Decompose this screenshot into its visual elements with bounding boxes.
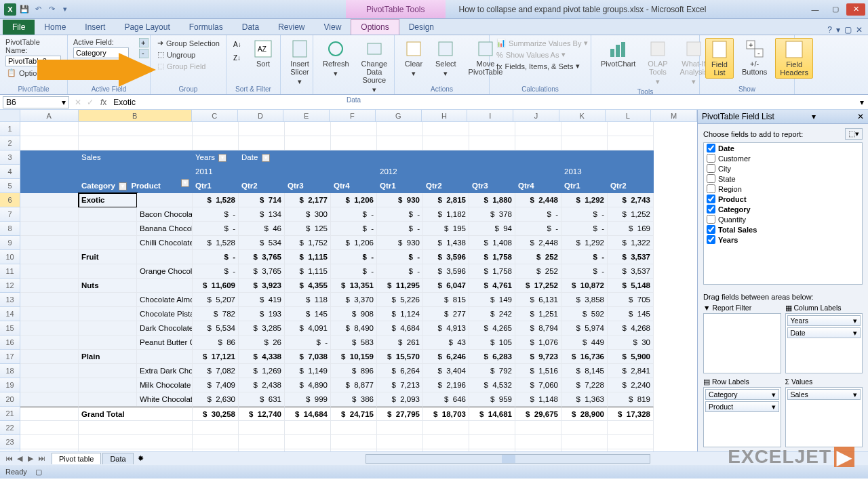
qat-undo-icon[interactable]: ↶ [33, 4, 43, 15]
tab-formulas[interactable]: Formulas [180, 20, 233, 35]
horizontal-scrollbar[interactable] [366, 454, 650, 464]
col-header-D[interactable]: D [238, 110, 284, 121]
sort-button[interactable]: AZSort [250, 38, 277, 69]
group-field-button[interactable]: ⬚ Group Field [156, 61, 221, 71]
sheet-nav-prev-icon[interactable]: ◀ [15, 454, 24, 463]
col-header-K[interactable]: K [559, 110, 606, 121]
col-header-B[interactable]: B [79, 110, 192, 121]
field-settings-button[interactable]: 📑 Field Settings [73, 60, 134, 70]
col-header-L[interactable]: L [606, 110, 652, 121]
sort-desc-button[interactable]: Z↓ [232, 52, 245, 64]
insert-slicer-button[interactable]: Insert Slicer ▾ [286, 38, 313, 87]
tab-design[interactable]: Design [399, 20, 443, 35]
col-header-M[interactable]: M [651, 110, 697, 121]
chip-years[interactable]: Years▾ [787, 315, 861, 326]
qat-dropdown-icon[interactable]: ▾ [60, 4, 71, 15]
chip-date[interactable]: Date▾ [787, 327, 861, 338]
field-date[interactable]: Date [704, 143, 862, 153]
fieldlist-close-icon[interactable]: ✕ [857, 112, 864, 121]
group-selection-button[interactable]: ➜ Group Selection [156, 38, 221, 48]
restore-workbook-icon[interactable]: ▢ [844, 25, 852, 35]
fields-items-sets-button[interactable]: fx Fields, Items, & Sets ▾ [495, 61, 589, 71]
col-header-C[interactable]: C [192, 110, 238, 121]
tab-page-layout[interactable]: Page Layout [115, 20, 179, 35]
tab-home[interactable]: Home [35, 20, 75, 35]
field-customer[interactable]: Customer [704, 153, 862, 163]
col-header-A[interactable]: A [20, 110, 79, 121]
tab-view[interactable]: View [315, 20, 351, 35]
help-icon[interactable]: ? [827, 25, 832, 35]
col-header-G[interactable]: G [376, 110, 422, 121]
sort-asc-button[interactable]: A↓ [232, 38, 245, 50]
fx-icon[interactable]: fx [96, 98, 111, 107]
qat-redo-icon[interactable]: ↷ [46, 4, 57, 15]
show-values-as-button[interactable]: % Show Values As ▾ [495, 49, 589, 60]
values-area[interactable]: Sales▾ [785, 387, 863, 447]
expand-field-icon[interactable]: + [139, 38, 149, 47]
product-filter-icon[interactable]: ▾ [181, 179, 189, 187]
maximize-button[interactable]: ▢ [826, 3, 845, 16]
field-category[interactable]: Category [704, 204, 862, 214]
tab-file[interactable]: File [3, 20, 35, 35]
plus-minus-buttons[interactable]: +-+/- Buttons [738, 38, 771, 77]
olap-tools-button[interactable]: OLAP Tools ▾ [644, 38, 671, 87]
fieldlist-layout-icon[interactable]: ⬚▾ [845, 128, 863, 140]
chip-sales[interactable]: Sales▾ [787, 389, 861, 400]
qat-save-icon[interactable]: 💾 [19, 4, 30, 15]
tab-insert[interactable]: Insert [75, 20, 115, 35]
field-headers-button[interactable]: Field Headers [775, 38, 813, 79]
namebox-dropdown-icon[interactable]: ▾ [62, 98, 66, 107]
column-labels-area[interactable]: Years▾Date▾ [785, 313, 863, 373]
pivotchart-button[interactable]: PivotChart [597, 38, 639, 69]
sheet-nav-next-icon[interactable]: ▶ [26, 454, 35, 463]
summarize-values-button[interactable]: 📊 Summarize Values By ▾ [495, 38, 589, 48]
field-product[interactable]: Product [704, 194, 862, 204]
minimize-button[interactable]: — [806, 3, 825, 16]
col-header-I[interactable]: I [467, 110, 513, 121]
sheet-nav-first-icon[interactable]: ⏮ [4, 454, 14, 463]
name-box[interactable]: B6▾ [3, 96, 69, 108]
field-years[interactable]: Years [704, 235, 862, 245]
expand-formula-icon[interactable]: ▾ [856, 98, 868, 107]
field-list-button[interactable]: Field List [705, 38, 734, 79]
col-header-F[interactable]: F [330, 110, 376, 121]
sheet-nav-last-icon[interactable]: ⏭ [37, 454, 46, 463]
field-city[interactable]: City [704, 163, 862, 174]
field-quantity[interactable]: Quantity [704, 214, 862, 224]
fieldlist-dropdown-icon[interactable]: ▾ [812, 112, 816, 121]
sheet-tab-data[interactable]: Data [102, 453, 133, 464]
years-filter-icon[interactable]: ▾ [218, 154, 226, 162]
row-labels-area[interactable]: Category▾Product▾ [703, 387, 781, 447]
clear-button[interactable]: Clear ▾ [400, 38, 427, 79]
enter-icon[interactable]: ✓ [84, 98, 96, 107]
formula-bar[interactable]: Exotic [111, 98, 856, 107]
field-total-sales[interactable]: Total Sales [704, 224, 862, 235]
close-button[interactable]: ✕ [846, 3, 865, 16]
ungroup-button[interactable]: ⬚ Ungroup [156, 49, 221, 60]
minimize-ribbon-icon[interactable]: ▾ [836, 25, 840, 35]
tab-data[interactable]: Data [233, 20, 269, 35]
field-region[interactable]: Region [704, 184, 862, 194]
macro-record-icon[interactable]: ▢ [35, 468, 42, 476]
date-filter-icon[interactable]: ▾ [262, 154, 270, 162]
sheet-tab-active[interactable]: Pivot table [52, 453, 101, 464]
category-filter-icon[interactable]: ▾ [119, 182, 127, 190]
pt-options-button[interactable]: 📋 Options ▾ [5, 68, 62, 78]
refresh-button[interactable]: Refresh ▾ [319, 38, 353, 79]
col-header-H[interactable]: H [422, 110, 468, 121]
chip-category[interactable]: Category▾ [705, 389, 779, 400]
select-button[interactable]: Select ▾ [431, 38, 460, 79]
tab-options[interactable]: Options [351, 19, 399, 35]
active-field-input[interactable] [73, 47, 129, 58]
field-state[interactable]: State [704, 174, 862, 184]
collapse-field-icon[interactable]: - [139, 49, 149, 58]
chip-product[interactable]: Product▾ [705, 401, 779, 412]
change-data-source-button[interactable]: Change Data Source ▾ [357, 38, 392, 95]
pt-name-input[interactable] [5, 56, 61, 66]
col-header-E[interactable]: E [283, 110, 330, 121]
report-filter-area[interactable] [703, 313, 781, 373]
cancel-icon[interactable]: ✕ [72, 98, 84, 107]
new-sheet-icon[interactable]: ✸ [134, 454, 148, 463]
close-workbook-icon[interactable]: ✕ [856, 25, 863, 35]
col-header-J[interactable]: J [513, 110, 559, 121]
